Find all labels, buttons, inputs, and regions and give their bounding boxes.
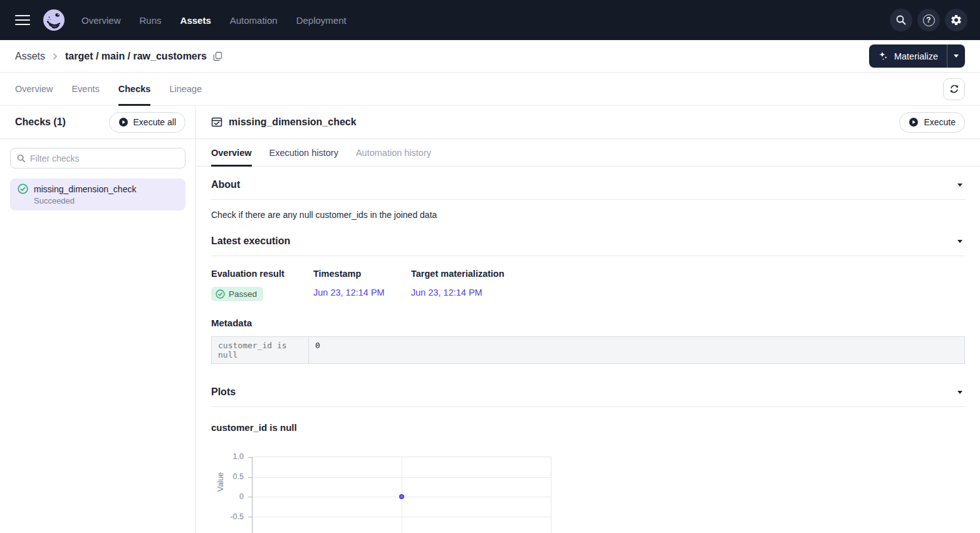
materialize-label: Materialize [894,51,938,61]
data-point[interactable] [399,494,404,499]
target-materialization-link[interactable]: Jun 23, 12:14 PM [411,287,482,298]
asset-tabs-row: Overview Events Checks Lineage [0,73,980,106]
tab-overview[interactable]: Overview [15,73,53,106]
plot-title: customer_id is null [211,422,965,433]
metadata-key: customer_id is null [212,337,309,363]
metadata-heading: Metadata [211,318,965,328]
tab-execution-history[interactable]: Execution history [269,139,338,167]
check-name: missing_dimension_check [34,184,136,194]
latest-execution-section-header: Latest execution [211,220,965,256]
asset-check-icon [211,116,222,128]
tab-automation-history[interactable]: Automation history [356,139,431,167]
copy-icon [213,51,222,61]
search-icon [17,154,26,163]
about-section-header: About [211,167,965,200]
checks-count-title: Checks (1) [15,116,66,128]
hamburger-menu-icon[interactable] [15,15,30,26]
collapse-caret-icon[interactable] [957,391,962,394]
materialize-dropdown-button[interactable] [947,44,965,68]
plots-section-header: Plots [211,364,965,407]
breadcrumb-assets-link[interactable]: Assets [15,51,45,62]
gear-icon [950,14,962,26]
evaluation-result-header: Evaluation result [211,269,313,279]
tab-check-overview[interactable]: Overview [211,139,252,167]
filter-checks-input[interactable] [30,153,179,163]
about-description: Check if there are any null customer_ids… [211,210,965,220]
execute-button[interactable]: Execute [899,112,965,133]
plot-area [252,457,551,533]
metadata-value: 0 [309,337,326,363]
nav-item-assets[interactable]: Assets [180,15,211,26]
check-status: Succeeded [34,196,178,205]
search-button[interactable] [890,9,912,31]
y-tick-label: 1.0 [211,452,244,461]
check-detail-panel: missing_dimension_check Execute Overview… [196,106,980,533]
refresh-icon [949,84,959,94]
asset-tabs: Overview Events Checks Lineage [15,73,202,106]
help-icon [923,14,935,26]
help-button[interactable] [917,9,940,31]
filter-checks-box [10,148,185,168]
timestamp-column: Timestamp Jun 23, 12:14 PM [313,269,411,301]
play-circle-icon [118,117,128,127]
y-tick-label: 0.5 [211,472,244,481]
breadcrumb-row: Assets target / main / raw_customers Mat… [0,40,980,73]
collapse-caret-icon[interactable] [957,184,962,187]
tab-events[interactable]: Events [71,73,99,106]
timestamp-header: Timestamp [313,269,411,279]
evaluation-result-column: Evaluation result Passed [211,269,313,301]
dagster-logo-icon[interactable] [43,9,65,31]
chevron-right-icon [52,53,58,60]
latest-execution-grid: Evaluation result Passed Timestamp Jun 2… [211,269,965,301]
check-list-item[interactable]: missing_dimension_check Succeeded [10,179,185,210]
refresh-button[interactable] [943,78,965,100]
sparkle-icon [878,51,889,61]
check-detail-content: About Check if there are any null custom… [196,167,980,533]
nav-item-automation[interactable]: Automation [230,15,278,26]
nav-item-runs[interactable]: Runs [140,15,162,26]
top-nav-actions [890,9,967,31]
page-body: Checks (1) Execute all m [0,106,980,533]
execute-all-button[interactable]: Execute all [109,112,185,133]
y-tick-label: 0 [211,492,244,501]
caret-down-icon [954,54,959,58]
latest-execution-heading: Latest execution [211,235,290,247]
tab-checks[interactable]: Checks [118,73,151,106]
metadata-table: customer_id is null 0 [211,336,965,364]
value-over-time-chart: Value 1.0 0.5 0 -0.5 -1.0 [211,452,965,533]
check-detail-header: missing_dimension_check Execute [196,106,980,139]
target-materialization-header: Target materialization [411,269,504,279]
checks-panel-header: Checks (1) Execute all [0,106,195,139]
primary-nav: Overview Runs Assets Automation Deployme… [81,15,347,26]
play-circle-icon [909,117,919,127]
tab-lineage[interactable]: Lineage [169,73,202,106]
nav-item-deployment[interactable]: Deployment [296,15,347,26]
checks-sidebar: Checks (1) Execute all m [0,106,196,533]
copy-button[interactable] [213,51,222,61]
check-circle-icon [18,184,28,194]
check-detail-tabs: Overview Execution history Automation hi… [196,139,980,167]
about-heading: About [211,179,240,190]
check-detail-title: missing_dimension_check [229,116,357,128]
nav-item-overview[interactable]: Overview [81,15,121,26]
passed-badge: Passed [211,287,263,301]
search-icon [895,14,907,26]
materialize-split-button: Materialize [869,44,965,68]
execute-label: Execute [924,117,956,127]
breadcrumb-asset-key: target / main / raw_customers [65,51,207,62]
settings-button[interactable] [945,9,967,31]
passed-label: Passed [229,289,257,299]
target-materialization-column: Target materialization Jun 23, 12:14 PM [411,269,504,301]
y-tick-label: -0.5 [211,512,244,521]
check-circle-icon [216,289,225,299]
execute-all-label: Execute all [133,117,176,127]
materialize-button[interactable]: Materialize [869,44,947,68]
collapse-caret-icon[interactable] [957,240,962,243]
plots-heading: Plots [211,386,236,398]
timestamp-link[interactable]: Jun 23, 12:14 PM [313,287,385,298]
top-nav: Overview Runs Assets Automation Deployme… [0,0,980,40]
